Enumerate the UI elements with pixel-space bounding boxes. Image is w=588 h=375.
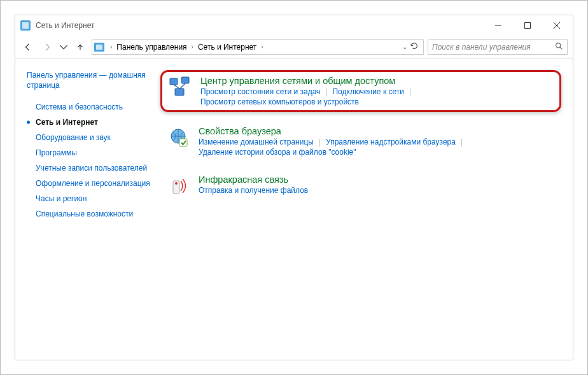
close-button[interactable] (542, 16, 571, 35)
sidebar-item-user-accounts[interactable]: Учетные записи пользователей (27, 160, 150, 176)
svg-point-8 (175, 182, 178, 185)
breadcrumb-root[interactable]: Панель управления (116, 43, 186, 52)
svg-point-1 (556, 43, 561, 47)
titlebar: Сеть и Интернет (15, 15, 573, 36)
nav-row: › Панель управления › Сеть и Интернет › … (15, 36, 573, 59)
sidebar: Панель управления — домашняя страница Си… (15, 59, 155, 360)
folder-icon (94, 43, 104, 52)
window-frame: Сеть и Интернет (0, 0, 588, 375)
search-icon (555, 42, 563, 52)
forward-button[interactable] (39, 39, 55, 55)
internet-options-icon (167, 126, 190, 149)
content: Центр управления сетями и общим доступом… (155, 59, 573, 360)
category-title[interactable]: Свойства браузера (199, 126, 555, 136)
body: Панель управления — домашняя страница Си… (15, 59, 573, 360)
search-placeholder: Поиск в панели управления (432, 43, 531, 52)
window-title: Сеть и Интернет (36, 21, 484, 30)
link-separator: | (456, 138, 468, 146)
window-inner: Сеть и Интернет (15, 15, 573, 360)
chevron-down-icon[interactable]: ⌄ (402, 43, 407, 50)
link-view-status[interactable]: Просмотр состояния сети и задач (200, 87, 320, 96)
link-separator: | (404, 87, 416, 96)
window-controls (484, 16, 571, 35)
category-links: Просмотр состояния сети и задач | Подклю… (200, 87, 553, 106)
minimize-button[interactable] (484, 16, 513, 35)
link-separator: | (320, 87, 332, 96)
address-bar[interactable]: › Панель управления › Сеть и Интернет › … (92, 39, 424, 55)
category-links: Изменение домашней страницы | Управление… (199, 138, 555, 157)
category-body: Свойства браузера Изменение домашней стр… (199, 126, 555, 157)
category-title[interactable]: Центр управления сетями и общим доступом (200, 76, 553, 86)
svg-rect-2 (170, 78, 178, 85)
sidebar-item-hardware-sound[interactable]: Оборудование и звук (27, 130, 150, 145)
category-internet-options: Свойства браузера Изменение домашней стр… (160, 122, 561, 160)
maximize-button[interactable] (513, 16, 542, 35)
svg-rect-3 (181, 77, 189, 83)
breadcrumb: › Панель управления › Сеть и Интернет › (108, 43, 265, 52)
chevron-right-icon: › (190, 43, 195, 50)
address-bar-end: ⌄ (402, 41, 421, 52)
category-links: Отправка и получение файлов (199, 186, 555, 195)
category-body: Центр управления сетями и общим доступом… (200, 76, 553, 106)
link-send-receive-files[interactable]: Отправка и получение файлов (199, 186, 308, 195)
sidebar-item-clock-region[interactable]: Часы и регион (27, 191, 150, 206)
sidebar-heading[interactable]: Панель управления — домашняя страница (27, 70, 150, 90)
recent-dropdown[interactable] (59, 39, 69, 55)
svg-rect-0 (525, 23, 531, 29)
category-title[interactable]: Инфракрасная связь (199, 174, 555, 185)
link-separator: | (314, 138, 326, 146)
category-network-sharing: Центр управления сетями и общим доступом… (160, 70, 561, 112)
infrared-icon (167, 174, 190, 197)
svg-rect-4 (175, 88, 184, 96)
breadcrumb-current[interactable]: Сеть и Интернет (198, 43, 256, 52)
sidebar-item-appearance[interactable]: Оформление и персонализация (27, 176, 150, 191)
sidebar-item-network-internet[interactable]: Сеть и Интернет (27, 115, 150, 130)
chevron-right-icon: › (259, 43, 265, 50)
link-delete-history[interactable]: Удаление истории обзора и файлов "cookie… (199, 148, 356, 157)
network-sharing-icon (169, 76, 192, 99)
app-icon (20, 20, 31, 31)
link-view-devices[interactable]: Просмотр сетевых компьютеров и устройств (200, 97, 359, 106)
category-infrared: Инфракрасная связь Отправка и получение … (160, 171, 561, 201)
sidebar-item-system-security[interactable]: Система и безопасность (27, 99, 150, 115)
link-connect-network[interactable]: Подключение к сети (332, 87, 403, 96)
chevron-right-icon: › (108, 43, 114, 50)
up-button[interactable] (73, 39, 88, 55)
category-body: Инфракрасная связь Отправка и получение … (199, 174, 555, 195)
back-button[interactable] (20, 39, 36, 55)
link-change-homepage[interactable]: Изменение домашней страницы (199, 138, 314, 146)
svg-rect-6 (179, 139, 187, 146)
sidebar-item-accessibility[interactable]: Специальные возможности (27, 206, 150, 222)
refresh-icon[interactable] (410, 41, 419, 52)
search-input[interactable]: Поиск в панели управления (428, 39, 568, 55)
link-manage-addons[interactable]: Управление надстройками браузера (326, 138, 456, 146)
sidebar-item-programs[interactable]: Программы (27, 145, 150, 160)
